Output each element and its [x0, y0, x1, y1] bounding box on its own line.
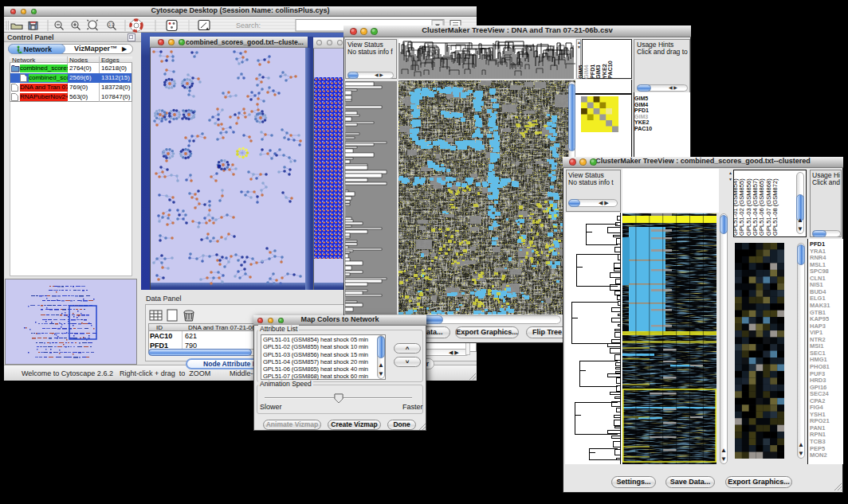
svg-text:Search:: Search: — [236, 21, 261, 29]
svg-text:PAC10: PAC10 — [607, 61, 614, 79]
svg-text:1:1: 1:1 — [109, 23, 115, 27]
svg-text:GPL51-08 (GSM872): GPL51-08 (GSM872) — [771, 178, 779, 236]
